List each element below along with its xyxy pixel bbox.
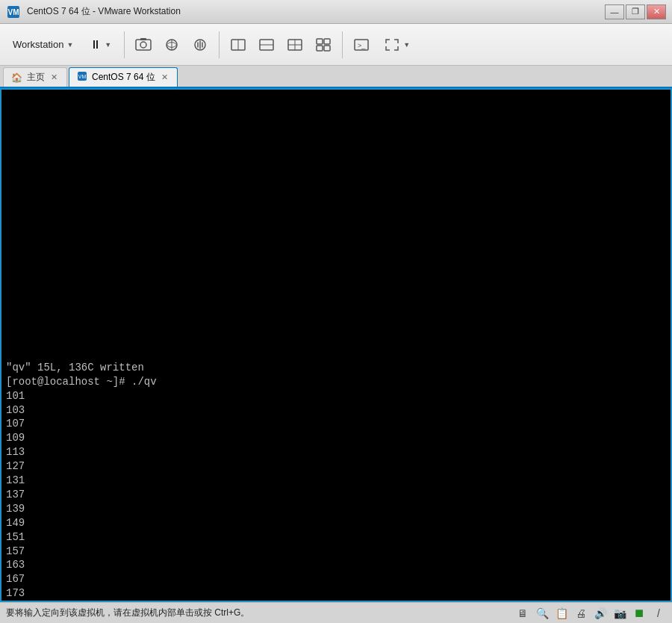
clipboard-status-icon[interactable]: 📋	[554, 606, 569, 621]
view1-icon	[230, 37, 246, 52]
app-icon: VM	[6, 4, 21, 19]
terminal[interactable]: "qv" 15L, 136C written [root@localhost ~…	[1, 90, 671, 601]
window-title: CentOS 7 64 位 - VMware Workstation	[27, 5, 181, 18]
svg-point-3	[140, 42, 146, 48]
svg-rect-15	[317, 39, 323, 44]
snapshot-button[interactable]	[131, 32, 156, 58]
svg-text:>_: >_	[358, 42, 366, 49]
tab-centos-close[interactable]: ✕	[160, 72, 169, 82]
view3-icon	[287, 37, 303, 52]
view2-icon	[258, 37, 275, 52]
svg-rect-16	[324, 39, 330, 44]
snapshot-icon	[135, 37, 152, 52]
view2-button[interactable]	[254, 32, 279, 58]
workstation-menu-button[interactable]: Workstation ▼	[6, 35, 80, 54]
svg-rect-4	[140, 38, 146, 40]
tab-home-label: 主页	[27, 71, 45, 84]
toolbar: Workstation ▼ ⏸ ▼	[0, 24, 672, 66]
terminal-button[interactable]: >_	[349, 32, 374, 58]
svg-rect-17	[317, 46, 323, 51]
view4-icon	[315, 37, 332, 52]
pause-button[interactable]: ⏸ ▼	[83, 34, 118, 55]
audio-status-icon[interactable]: 🔊	[593, 606, 608, 621]
tab-home[interactable]: 🏠 主页 ✕	[3, 67, 67, 87]
workstation-label: Workstation	[13, 39, 63, 50]
svg-rect-2	[136, 40, 151, 50]
tab-centos-label: CentOS 7 64 位	[92, 71, 155, 84]
print-status-icon[interactable]: 🖨	[573, 606, 588, 621]
search-status-icon[interactable]: 🔍	[535, 606, 550, 621]
terminal-icon: >_	[353, 37, 370, 52]
suspend-button[interactable]	[187, 32, 213, 58]
suspend-icon	[192, 37, 208, 52]
svg-rect-18	[324, 46, 330, 51]
workstation-dropdown-arrow: ▼	[66, 41, 73, 49]
toolbar-separator-1	[124, 31, 125, 58]
fullscreen-icon	[384, 37, 400, 52]
toolbar-separator-3	[342, 31, 343, 58]
title-bar: VM CentOS 7 64 位 - VMware Workstation — …	[0, 0, 672, 24]
fullscreen-button[interactable]: ▼	[377, 34, 417, 56]
fullscreen-dropdown-arrow: ▼	[403, 41, 410, 49]
status-bar: 要将输入定向到该虚拟机，请在虚拟机内部单击或按 Ctrl+G。 🖥 🔍 📋 🖨 …	[0, 602, 672, 623]
close-button[interactable]: ✕	[647, 4, 666, 19]
terminal-output: "qv" 15L, 136C written [root@localhost ~…	[6, 93, 666, 601]
title-bar-controls: — ❐ ✕	[605, 4, 666, 19]
tabs-bar: 🏠 主页 ✕ VM CentOS 7 64 位 ✕	[0, 66, 672, 88]
minimize-button[interactable]: —	[605, 4, 624, 19]
camera-status-icon[interactable]: 📷	[612, 606, 627, 621]
pause-icon: ⏸	[90, 38, 102, 52]
status-text: 要将输入定向到该虚拟机，请在虚拟机内部单击或按 Ctrl+G。	[6, 607, 249, 619]
pause-dropdown-arrow: ▼	[105, 41, 111, 49]
svg-text:VM: VM	[8, 8, 19, 16]
resize-status-icon[interactable]: /	[651, 606, 666, 621]
vm-status-icon[interactable]: ■	[632, 606, 647, 621]
view3-button[interactable]	[282, 32, 308, 58]
vm-area[interactable]: "qv" 15L, 136C written [root@localhost ~…	[0, 88, 672, 602]
view4-button[interactable]	[311, 32, 336, 58]
network-icon	[164, 37, 180, 52]
network-button[interactable]	[159, 32, 184, 58]
display-status-icon[interactable]: 🖥	[515, 606, 530, 621]
view1-button[interactable]	[225, 32, 251, 58]
home-tab-icon: 🏠	[11, 72, 22, 83]
tab-centos[interactable]: VM CentOS 7 64 位 ✕	[69, 67, 178, 87]
restore-button[interactable]: ❐	[626, 4, 645, 19]
centos-tab-icon: VM	[77, 71, 87, 84]
toolbar-separator-2	[219, 31, 220, 58]
svg-text:VM: VM	[78, 74, 87, 79]
status-icons: 🖥 🔍 📋 🖨 🔊 📷 ■ /	[515, 606, 666, 621]
title-bar-left: VM CentOS 7 64 位 - VMware Workstation	[6, 4, 181, 19]
tab-home-close[interactable]: ✕	[49, 72, 59, 82]
